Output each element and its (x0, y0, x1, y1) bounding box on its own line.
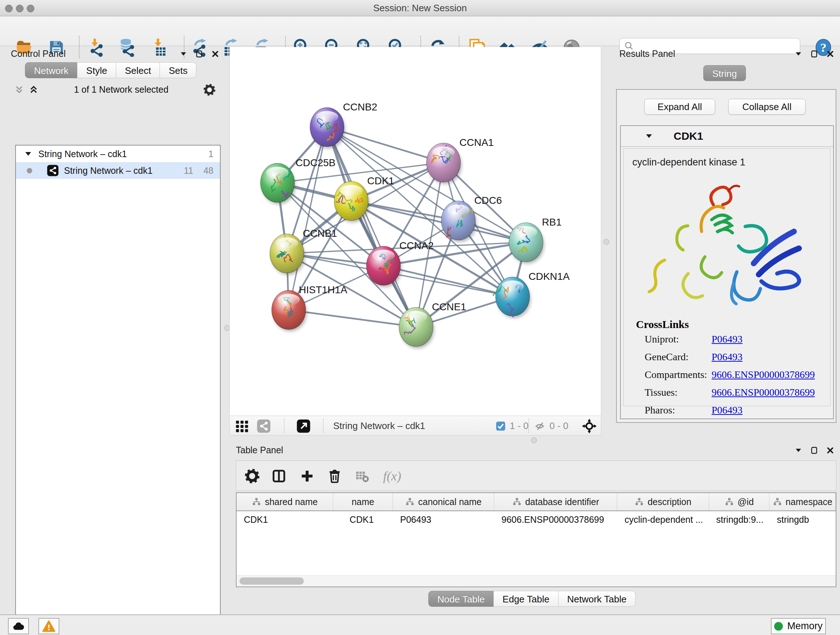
table-cell[interactable]: CDK1 (237, 511, 333, 528)
table-tabs: Node TableEdge TableNetwork Table (429, 591, 636, 607)
selected-counts: 1 - 0 (495, 420, 529, 432)
birds-eye-view-button[interactable] (235, 419, 249, 435)
fit-content-button[interactable] (581, 418, 597, 435)
table-row[interactable]: CDK1CDK1P064939606.ENSP00000378699cyclin… (237, 511, 836, 528)
crosslink-row: Tissues:9606.ENSP00000378699 (645, 386, 826, 398)
network-node-HIST1H1A[interactable]: HIST1H1A (272, 284, 347, 331)
expander-icon[interactable] (24, 149, 33, 158)
control-panel-window-controls (180, 50, 219, 58)
crosslink-value[interactable]: P06493 (712, 333, 743, 345)
column-header--id[interactable]: @id (709, 493, 770, 510)
float-panel-icon[interactable] (195, 50, 203, 58)
column-type-icon (512, 497, 522, 507)
network-view-canvas[interactable]: CCNB2CCNA1CDC25BCDK1CDC6RB1CCNB1CCNA2CDK… (229, 47, 601, 416)
control-panel-tabs: NetworkStyleSelectSets (25, 62, 196, 78)
memory-button[interactable]: Memory (771, 618, 826, 634)
create-column-button[interactable] (298, 467, 317, 486)
crosslink-row: GeneCard:P06493 (645, 351, 826, 363)
tab-network-table[interactable]: Network Table (558, 591, 636, 607)
results-panel-window-controls (794, 50, 834, 58)
crosslink-value[interactable]: 9606.ENSP00000378699 (712, 369, 815, 380)
horizontal-splitter-handle[interactable] (531, 437, 537, 443)
gear-icon[interactable] (203, 84, 216, 96)
table-cell[interactable]: CDK1 (333, 511, 393, 528)
tab-style[interactable]: Style (77, 62, 116, 78)
table-cell[interactable]: cyclin-dependent ... (617, 511, 709, 528)
node-label-CDC25B: CDC25B (295, 157, 335, 168)
crosslink-value[interactable]: P06493 (712, 351, 743, 363)
protein-description: cyclin-dependent kinase 1 (632, 157, 830, 168)
column-header-description[interactable]: description (617, 493, 709, 510)
panel-menu-icon[interactable] (180, 50, 187, 58)
node-count: 11 (184, 165, 193, 176)
tab-network[interactable]: Network (25, 62, 77, 78)
panel-menu-icon[interactable] (794, 447, 802, 454)
table-cell[interactable]: stringdb (769, 511, 836, 528)
column-header-shared-name[interactable]: shared name (237, 493, 333, 510)
expand-all-chevrons-icon[interactable] (28, 84, 39, 95)
network-edge[interactable] (327, 127, 416, 327)
scrollbar-thumb[interactable] (240, 578, 304, 585)
close-panel-icon[interactable] (826, 50, 834, 58)
string-view-button[interactable] (256, 419, 271, 435)
function-builder-button[interactable]: f(x) (379, 467, 406, 486)
crosslink-label: Pharos: (645, 404, 712, 416)
selected-checkbox-icon[interactable] (495, 421, 506, 432)
column-header-database-identifier[interactable]: database identifier (494, 493, 617, 510)
table-cell[interactable]: P06493 (393, 511, 494, 528)
float-panel-icon[interactable] (810, 447, 818, 454)
delete-table-button[interactable] (353, 467, 371, 486)
network-row[interactable]: String Network – cdk1 11 48 (16, 162, 220, 179)
table-cell[interactable]: stringdb:9... (709, 511, 770, 528)
crosslink-row: Pharos:P06493 (645, 404, 826, 416)
tab-sets[interactable]: Sets (159, 62, 196, 78)
expand-all-button[interactable]: Expand All (644, 99, 715, 115)
table-horizontal-scrollbar[interactable] (237, 575, 836, 586)
cloud-status-button[interactable] (8, 618, 29, 634)
collapse-all-button[interactable]: Collapse All (728, 99, 806, 115)
tab-edge-table[interactable]: Edge Table (493, 591, 559, 607)
table-settings-button[interactable] (243, 467, 262, 486)
crosslink-value[interactable]: 9606.ENSP00000378699 (712, 386, 815, 398)
float-panel-icon[interactable] (810, 50, 818, 58)
results-panel-tabs: String (704, 65, 746, 81)
separator (323, 418, 324, 433)
show-columns-button[interactable] (270, 467, 288, 486)
network-node-CDKN1A[interactable]: CDKN1A (493, 271, 570, 318)
column-label: shared name (265, 497, 317, 507)
panel-menu-icon[interactable] (794, 50, 802, 58)
network-edge[interactable] (289, 310, 416, 327)
table-cell[interactable]: 9606.ENSP00000378699 (494, 511, 617, 528)
node-table: shared namenamecanonical namedatabase id… (236, 492, 836, 587)
tab-node-table[interactable]: Node Table (428, 591, 494, 607)
open-in-browser-button[interactable] (296, 419, 311, 435)
column-header-canonical-name[interactable]: canonical name (393, 493, 494, 510)
network-edge[interactable] (289, 127, 327, 310)
crosslink-value[interactable]: P06493 (712, 404, 743, 416)
selected-count-text: 1 - 0 (510, 420, 529, 432)
protein-card-header[interactable]: CDK1 (621, 126, 833, 147)
collapse-section-icon[interactable] (645, 132, 653, 141)
close-panel-icon[interactable] (211, 50, 219, 58)
column-label: database identifier (525, 497, 599, 507)
tab-select[interactable]: Select (116, 62, 160, 78)
column-label: canonical name (418, 497, 482, 507)
tab-string[interactable]: String (703, 65, 746, 81)
network-node-CDK1[interactable]: CDK1 (334, 175, 394, 222)
close-panel-icon[interactable] (826, 447, 834, 454)
network-node-CCNA1[interactable]: CCNA1 (426, 137, 494, 184)
collapse-all-chevrons-icon[interactable] (14, 84, 25, 95)
control-panel-title: Control Panel (11, 49, 65, 59)
right-splitter-handle[interactable] (603, 239, 609, 245)
network-collection-row[interactable]: String Network – cdk1 1 (16, 146, 220, 162)
column-header-name[interactable]: name (333, 493, 393, 510)
warning-status-button[interactable] (38, 618, 59, 634)
network-node-RB1[interactable]: RB1 (509, 217, 561, 264)
column-header-namespace[interactable]: namespace (769, 493, 836, 510)
delete-columns-button[interactable] (325, 467, 344, 486)
crosslinks-heading: CrossLinks (636, 318, 689, 331)
network-node-CCNE1[interactable]: CCNE1 (399, 301, 466, 348)
column-type-icon (635, 497, 644, 507)
network-graph[interactable]: CCNB2CCNA1CDC25BCDK1CDC6RB1CCNB1CCNA2CDK… (230, 47, 601, 415)
crosslink-label: Tissues: (645, 386, 712, 398)
